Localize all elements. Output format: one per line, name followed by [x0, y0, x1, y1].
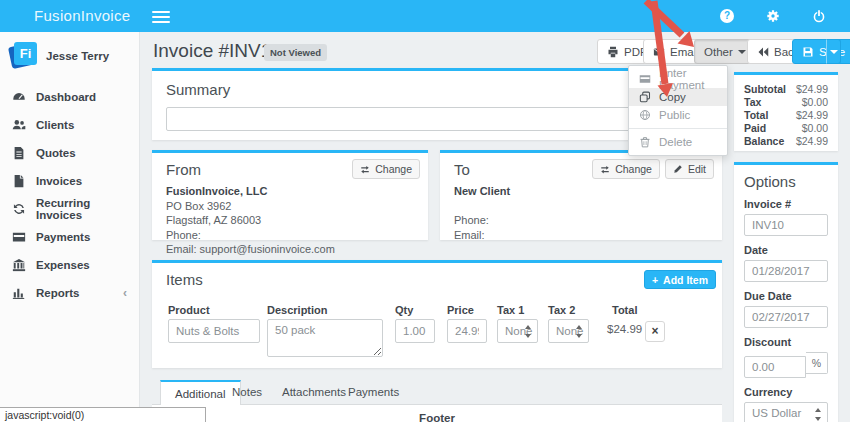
due-date-label: Due Date: [744, 290, 828, 302]
description-textarea[interactable]: 50 pack: [267, 319, 383, 357]
pencil-icon: [673, 164, 683, 174]
from-address-line1: PO Box 3962: [166, 199, 414, 214]
sidebar-item-clients[interactable]: Clients: [0, 111, 139, 139]
expenses-bank-icon: [12, 258, 26, 272]
currency-label: Currency: [744, 386, 828, 398]
select-stepper-icon: [814, 408, 822, 422]
backward-icon: [757, 46, 769, 58]
sidebar-item-quotes[interactable]: Quotes: [0, 139, 139, 167]
caret-down-icon: [738, 50, 746, 54]
due-date-input[interactable]: [744, 306, 828, 328]
exchange-icon: [360, 164, 370, 174]
globe-icon: [639, 109, 651, 121]
select-stepper-icon: [524, 325, 532, 339]
options-heading: Options: [744, 173, 828, 190]
save-button[interactable]: Save: [792, 39, 850, 64]
help-icon[interactable]: ?: [720, 9, 734, 23]
items-heading: Items: [166, 271, 708, 288]
save-floppy-icon: [802, 46, 814, 58]
select-stepper-icon: [575, 325, 583, 339]
add-item-button[interactable]: + Add Item: [644, 270, 716, 289]
to-change-button[interactable]: Change: [592, 159, 660, 179]
col-tax1: Tax 1: [497, 304, 524, 316]
row-total: $24.99: [607, 323, 642, 335]
from-email: Email: support@fusioninvoice.com: [166, 242, 414, 257]
menu-item-public[interactable]: Public: [629, 106, 727, 124]
balance-value: $24.99: [796, 135, 828, 148]
envelope-icon: [653, 46, 665, 58]
to-edit-button[interactable]: Edit: [665, 159, 714, 179]
col-description: Description: [267, 304, 328, 316]
hamburger-menu-icon[interactable]: [152, 8, 170, 24]
remove-item-button[interactable]: ×: [645, 321, 665, 342]
percent-addon: %: [806, 352, 828, 374]
copy-icon: [639, 91, 651, 103]
page-title: Invoice #INV10: [153, 40, 282, 62]
sidebar-item-dashboard[interactable]: Dashboard: [0, 83, 139, 111]
product-input[interactable]: [168, 319, 260, 343]
total-value: $24.99: [796, 109, 828, 122]
total-label: Total: [744, 109, 768, 122]
tax1-select[interactable]: None: [497, 319, 538, 343]
from-address-line2: Flagstaff, AZ 86003: [166, 213, 414, 228]
brand-logo[interactable]: FusionInvoice: [34, 7, 130, 24]
tab-bar: Additional Notes Attachments Payments: [152, 380, 722, 405]
logout-power-icon[interactable]: [812, 9, 826, 23]
discount-input[interactable]: [744, 356, 806, 378]
qty-input[interactable]: [395, 319, 435, 343]
item-row: [168, 319, 260, 343]
discount-label: Discount: [744, 336, 828, 348]
print-icon: [607, 46, 619, 58]
tax-value: $0.00: [802, 96, 828, 109]
chevron-left-icon: ‹: [123, 286, 127, 300]
status-badge: Not Viewed: [264, 44, 327, 61]
date-input[interactable]: [744, 260, 828, 282]
other-dropdown-menu: Enter Payment Copy Public Delete: [628, 65, 728, 156]
user-name: Jesse Terry: [46, 50, 109, 62]
summary-input[interactable]: [166, 107, 708, 131]
clients-users-icon: [12, 118, 26, 132]
options-card: Options Invoice # Date Due Date Discount…: [734, 162, 838, 422]
top-navbar: FusionInvoice ?: [0, 0, 850, 32]
paid-value: $0.00: [802, 122, 828, 135]
invoice-number-input[interactable]: [744, 214, 828, 236]
from-phone: Phone:: [166, 228, 414, 243]
save-dropdown-toggle[interactable]: [826, 39, 841, 64]
items-card: Items + Add Item Product Description Qty…: [152, 260, 722, 368]
to-client-name: New Client: [454, 184, 708, 199]
footer-label: Footer: [152, 405, 722, 422]
sidebar-item-expenses[interactable]: Expenses: [0, 251, 139, 279]
sidebar: Fi Jesse Terry Dashboard Clients Quotes …: [0, 32, 140, 422]
reports-bar-chart-icon: [12, 286, 26, 300]
settings-gear-icon[interactable]: [766, 9, 780, 23]
from-change-button[interactable]: Change: [352, 159, 420, 179]
avatar: Fi: [10, 42, 37, 69]
balance-label: Balance: [744, 135, 784, 148]
menu-item-delete[interactable]: Delete: [629, 133, 727, 151]
payments-credit-card-icon: [12, 230, 26, 244]
tax2-select[interactable]: None: [548, 319, 589, 343]
subtotal-label: Subtotal: [744, 83, 786, 96]
plus-icon: +: [652, 274, 658, 286]
to-phone: Phone:: [454, 213, 708, 228]
sidebar-item-recurring-invoices[interactable]: Recurring Invoices: [0, 195, 139, 223]
fusioninvoice-app: FusionInvoice ? Fi Jesse Terry Dashboard…: [0, 0, 850, 422]
totals-card: Subtotal$24.99 Tax$0.00 Total$24.99 Paid…: [734, 72, 838, 151]
tab-payments[interactable]: Payments: [334, 380, 413, 405]
to-card: To Change Edit New Client Phone: Email:: [440, 150, 722, 240]
invoices-file-icon: [12, 174, 26, 188]
date-label: Date: [744, 244, 828, 256]
trash-icon: [639, 136, 651, 148]
subtotal-value: $24.99: [796, 83, 828, 96]
currency-select[interactable]: US Dollar: [744, 402, 828, 422]
summary-heading: Summary: [166, 81, 708, 98]
user-profile[interactable]: Fi Jesse Terry: [0, 32, 139, 83]
sidebar-item-reports[interactable]: Reports ‹: [0, 279, 139, 307]
from-company: FusionInvoice, LLC: [166, 184, 414, 199]
link-status-bar: javascript:void(0): [0, 407, 206, 422]
sidebar-item-payments[interactable]: Payments: [0, 223, 139, 251]
sidebar-item-invoices[interactable]: Invoices: [0, 167, 139, 195]
tax-label: Tax: [744, 96, 761, 109]
menu-item-enter-payment[interactable]: Enter Payment: [629, 70, 727, 88]
price-input[interactable]: [447, 319, 487, 343]
